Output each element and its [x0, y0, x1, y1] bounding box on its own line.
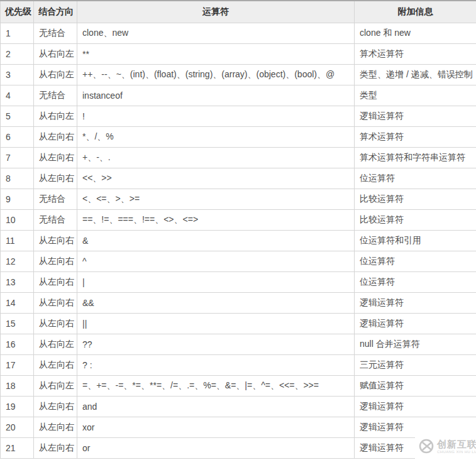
table-header-row: 优先级 结合方向 运算符 附加信息 [1, 1, 476, 23]
table-cell: *、/、% [77, 126, 355, 147]
table-cell: 11 [1, 230, 34, 251]
header-associativity: 结合方向 [34, 1, 77, 23]
table-cell: 21 [1, 437, 34, 458]
table-cell: 无结合 [34, 189, 77, 209]
table-cell: 位运算符 [355, 251, 476, 271]
table-cell: 类型、递增 / 递减、错误控制 [355, 64, 476, 85]
table-cell: 赋值运算符 [355, 375, 476, 396]
table-cell: 3 [1, 64, 34, 85]
table-cell: 位运算符 [355, 271, 476, 292]
table-cell: & [77, 230, 355, 251]
table-cell: 2 [1, 43, 34, 64]
table-cell: <、<=、>、>= [77, 189, 355, 209]
table-cell: 9 [1, 189, 34, 209]
table-cell: 从左向右 [34, 313, 77, 334]
table-cell: 7 [1, 147, 34, 168]
table-cell: <<、>> [77, 168, 355, 189]
table-cell: instanceof [77, 85, 355, 106]
table-cell: 12 [1, 251, 34, 271]
table-row: 18从右向左=、+=、-=、*=、**=、/=、.=、%=、&=、|=、^=、<… [1, 375, 476, 396]
table-cell: 1 [1, 23, 34, 43]
table-cell: ^ [77, 251, 355, 271]
watermark-brand: 创新互联 [437, 439, 476, 449]
table-row: 9无结合<、<=、>、>=比较运算符 [1, 189, 476, 209]
table-cell: ?? [77, 334, 355, 354]
table-cell: =、+=、-=、*=、**=、/=、.=、%=、&=、|=、^=、<<=、>>= [77, 375, 355, 396]
table-row: 11从左向右&位运算符和引用 [1, 230, 476, 251]
table-cell: 比较运算符 [355, 209, 476, 230]
table-cell: +、-、. [77, 147, 355, 168]
table-cell: 10 [1, 209, 34, 230]
table-row: 21从左向右or逻辑运算符 [1, 437, 476, 458]
table-cell: 从左向右 [34, 417, 77, 437]
table-cell: 从左向右 [34, 292, 77, 313]
table-cell: 从左向右 [34, 437, 77, 458]
table-cell: 17 [1, 354, 34, 375]
table-cell: 14 [1, 292, 34, 313]
table-row: 8从左向右<<、>>位运算符 [1, 168, 476, 189]
table-cell: | [77, 271, 355, 292]
table-cell: 无结合 [34, 85, 77, 106]
table-cell: 8 [1, 168, 34, 189]
table-cell: 逻辑运算符 [355, 292, 476, 313]
table-cell: 从左向右 [34, 230, 77, 251]
operator-precedence-table: 优先级 结合方向 运算符 附加信息 1无结合clone、newclone 和 n… [0, 0, 476, 459]
watermark-logo-icon [418, 438, 434, 454]
table-cell: 5 [1, 106, 34, 126]
table-row: 3从右向左++、--、~、(int)、(float)、(string)、(arr… [1, 64, 476, 85]
table-cell: 从右向左 [34, 106, 77, 126]
table-cell: 从左向右 [34, 126, 77, 147]
header-operator: 运算符 [77, 1, 355, 23]
table-cell: 从左向右 [34, 147, 77, 168]
table-cell: 位运算符 [355, 168, 476, 189]
table-body: 1无结合clone、newclone 和 new2从右向左**算术运算符3从右向… [1, 23, 476, 458]
header-extra-info: 附加信息 [355, 1, 476, 23]
table-row: 16从右向左??null 合并运算符 [1, 334, 476, 354]
watermark: 创新互联 CHUANG XIN HU LIAN [415, 432, 476, 460]
table-cell: ? : [77, 354, 355, 375]
table-cell: ==、!=、===、!==、<>、<=> [77, 209, 355, 230]
table-cell: 从左向右 [34, 168, 77, 189]
table-row: 10无结合==、!=、===、!==、<>、<=>比较运算符 [1, 209, 476, 230]
table-cell: 无结合 [34, 23, 77, 43]
table-cell: 比较运算符 [355, 189, 476, 209]
table-cell: 算术运算符 [355, 126, 476, 147]
table-cell: 16 [1, 334, 34, 354]
table-cell: 逻辑运算符 [355, 396, 476, 417]
table-cell: 算术运算符和字符串运算符 [355, 147, 476, 168]
table-row: 5从右向左!逻辑运算符 [1, 106, 476, 126]
table-cell: 19 [1, 396, 34, 417]
table-cell: 13 [1, 271, 34, 292]
table-cell: 从左向右 [34, 251, 77, 271]
table-cell: 从右向左 [34, 334, 77, 354]
table-row: 4无结合instanceof类型 [1, 85, 476, 106]
table-cell: null 合并运算符 [355, 334, 476, 354]
table-row: 12从左向右^位运算符 [1, 251, 476, 271]
table-row: 14从左向右&&逻辑运算符 [1, 292, 476, 313]
table-row: 1无结合clone、newclone 和 new [1, 23, 476, 43]
table-cell: 15 [1, 313, 34, 334]
page: 优先级 结合方向 运算符 附加信息 1无结合clone、newclone 和 n… [0, 0, 476, 460]
watermark-subtext: CHUANG XIN HU LIAN [437, 450, 476, 454]
table-row: 6从左向右*、/、%算术运算符 [1, 126, 476, 147]
table-cell: ++、--、~、(int)、(float)、(string)、(array)、(… [77, 64, 355, 85]
table-cell: xor [77, 417, 355, 437]
table-cell: ! [77, 106, 355, 126]
table-cell: 位运算符和引用 [355, 230, 476, 251]
table-cell: || [77, 313, 355, 334]
header-priority: 优先级 [1, 1, 34, 23]
table-cell: 三元运算符 [355, 354, 476, 375]
table-cell: and [77, 396, 355, 417]
table-row: 15从左向右||逻辑运算符 [1, 313, 476, 334]
table-cell: clone、new [77, 23, 355, 43]
table-cell: && [77, 292, 355, 313]
table-cell: 从左向右 [34, 396, 77, 417]
table-cell: 从右向左 [34, 375, 77, 396]
table-cell: 逻辑运算符 [355, 106, 476, 126]
table-cell: 无结合 [34, 209, 77, 230]
table-cell: 类型 [355, 85, 476, 106]
table-cell: 18 [1, 375, 34, 396]
table-cell: clone 和 new [355, 23, 476, 43]
table-row: 7从左向右+、-、.算术运算符和字符串运算符 [1, 147, 476, 168]
watermark-text: 创新互联 CHUANG XIN HU LIAN [437, 439, 476, 454]
